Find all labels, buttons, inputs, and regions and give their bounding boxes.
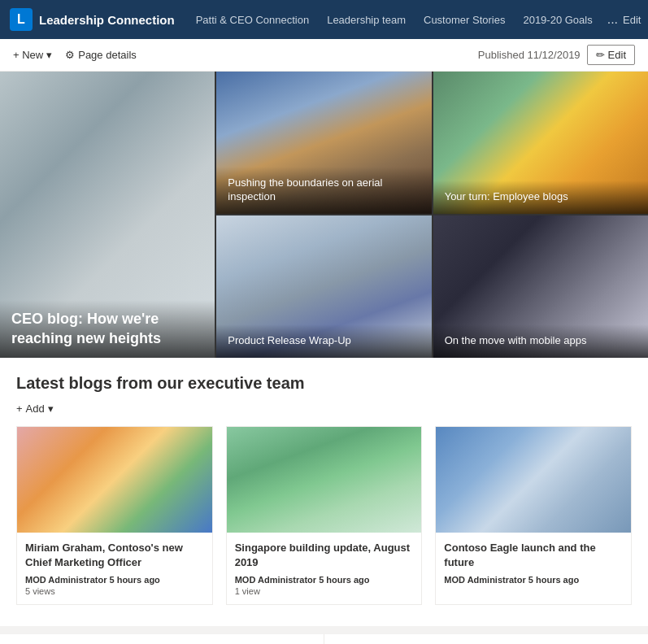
settings-icon: ⚙	[65, 49, 75, 61]
new-button[interactable]: + New ▾	[13, 49, 52, 61]
hero-main-title: CEO blog: How we're reaching new heights	[11, 310, 203, 348]
hero-cell-aerial[interactable]: Pushing the boundaries on aerial inspect…	[216, 72, 431, 214]
site-logo[interactable]: L Leadership Connection	[10, 8, 175, 31]
hero-cell-product[interactable]: Product Release Wrap-Up	[216, 215, 431, 358]
new-label: + New	[13, 49, 43, 61]
toolbar-left: + New ▾ ⚙ Page details	[13, 49, 137, 61]
hero-employee-overlay: Your turn: Employee blogs	[433, 181, 648, 214]
blog-card-2[interactable]: Contoso Eagle launch and the future MOD …	[435, 426, 632, 605]
blog-card-meta-2: MOD Administrator 5 hours ago	[444, 575, 623, 585]
pencil-icon: ✏	[596, 49, 605, 61]
bottom-section: Monthly Q&As Each month all employees ar…	[0, 634, 648, 644]
nav-right-actions: Edit ★ Following ↗ Share site	[623, 7, 648, 32]
nav-link-goals[interactable]: 2019-20 Goals	[515, 0, 600, 39]
blog-card-body-2: Contoso Eagle launch and the future MOD …	[436, 533, 631, 594]
blog-card-time-1: 5 hours ago	[319, 575, 369, 585]
hero-cell-mobile[interactable]: On the move with mobile apps	[433, 215, 648, 358]
nav-link-customer[interactable]: Customer Stories	[415, 0, 513, 39]
blog-card-views-1: 1 view	[235, 586, 414, 596]
blog-card-author-2: MOD Administrator	[444, 575, 525, 585]
blog-cards-grid: Miriam Graham, Contoso's new Chief Marke…	[16, 426, 632, 605]
blog-card-image-2	[436, 427, 631, 533]
blog-card-time-0: 5 hours ago	[110, 575, 160, 585]
blog-card-meta-1: MOD Administrator 5 hours ago	[235, 575, 414, 585]
eagle-image	[436, 427, 631, 533]
plus-icon: +	[16, 402, 23, 415]
nav-link-patti[interactable]: Patti & CEO Connection	[188, 0, 317, 39]
edit-label: Edit	[608, 49, 626, 61]
hero-main-overlay: CEO blog: How we're reaching new heights	[0, 300, 215, 358]
hero-cell-employee[interactable]: Your turn: Employee blogs	[433, 72, 648, 214]
blog-section: Latest blogs from our executive team + A…	[0, 358, 648, 626]
hero-main-cell[interactable]: CEO blog: How we're reaching new heights	[0, 72, 215, 358]
hero-product-title: Product Release Wrap-Up	[228, 334, 420, 348]
toolbar-right: Published 11/12/2019 ✏ Edit	[478, 45, 635, 65]
hero-aerial-title: Pushing the boundaries on aerial inspect…	[228, 176, 420, 204]
hero-mobile-title: On the move with mobile apps	[445, 334, 637, 348]
blog-card-author-0: MOD Administrator	[25, 575, 107, 585]
chevron-down-icon: ▾	[46, 49, 52, 61]
blog-card-image-1	[227, 427, 422, 533]
blog-card-title-2: Contoso Eagle launch and the future	[444, 541, 623, 570]
hero-section: CEO blog: How we're reaching new heights…	[0, 72, 648, 358]
blog-card-body-0: Miriam Graham, Contoso's new Chief Marke…	[17, 533, 212, 604]
hero-aerial-overlay: Pushing the boundaries on aerial inspect…	[216, 167, 431, 214]
hero-employee-title: Your turn: Employee blogs	[445, 190, 637, 204]
chevron-down-icon: ▾	[48, 402, 54, 415]
blog-card-title-0: Miriam Graham, Contoso's new Chief Marke…	[25, 541, 204, 570]
nav-link-leadership[interactable]: Leadership team	[319, 0, 414, 39]
monthly-qa-section: Monthly Q&As Each month all employees ar…	[0, 634, 324, 644]
hero-mobile-overlay: On the move with mobile apps	[433, 324, 648, 358]
blog-card-1[interactable]: Singapore building update, August 2019 M…	[226, 426, 423, 605]
hero-product-overlay: Product Release Wrap-Up	[216, 324, 431, 358]
top-navigation: L Leadership Connection Patti & CEO Conn…	[0, 0, 648, 39]
blog-section-title: Latest blogs from our executive team	[16, 374, 632, 393]
page-toolbar: + New ▾ ⚙ Page details Published 11/12/2…	[0, 39, 648, 72]
add-label: Add	[26, 402, 45, 415]
logo-icon: L	[10, 8, 33, 31]
miriam-image	[17, 427, 212, 533]
blog-card-time-2: 5 hours ago	[528, 575, 579, 585]
nav-links: Patti & CEO Connection Leadership team C…	[188, 0, 623, 39]
page-details-label: Page details	[78, 49, 137, 61]
nav-more-button[interactable]: ...	[602, 12, 623, 27]
blog-card-meta-0: MOD Administrator 5 hours ago	[25, 575, 204, 585]
edit-button[interactable]: ✏ Edit	[587, 45, 635, 65]
blog-card-title-1: Singapore building update, August 2019	[235, 541, 414, 570]
add-blog-button[interactable]: + Add ▾	[16, 402, 632, 415]
singapore-image	[227, 427, 422, 533]
recent-comm-section: Recent communication ▶ Driving Success t…	[324, 634, 649, 644]
site-title: Leadership Connection	[39, 13, 175, 27]
nav-edit-button[interactable]: Edit	[623, 14, 641, 26]
blog-card-views-0: 5 views	[25, 586, 204, 596]
blog-card-author-1: MOD Administrator	[235, 575, 316, 585]
published-status: Published 11/12/2019	[478, 49, 581, 61]
section-divider	[0, 626, 648, 633]
blog-card-image-0	[17, 427, 212, 533]
blog-card-0[interactable]: Miriam Graham, Contoso's new Chief Marke…	[16, 426, 213, 605]
blog-card-body-1: Singapore building update, August 2019 M…	[227, 533, 422, 604]
page-details-button[interactable]: ⚙ Page details	[65, 49, 137, 61]
